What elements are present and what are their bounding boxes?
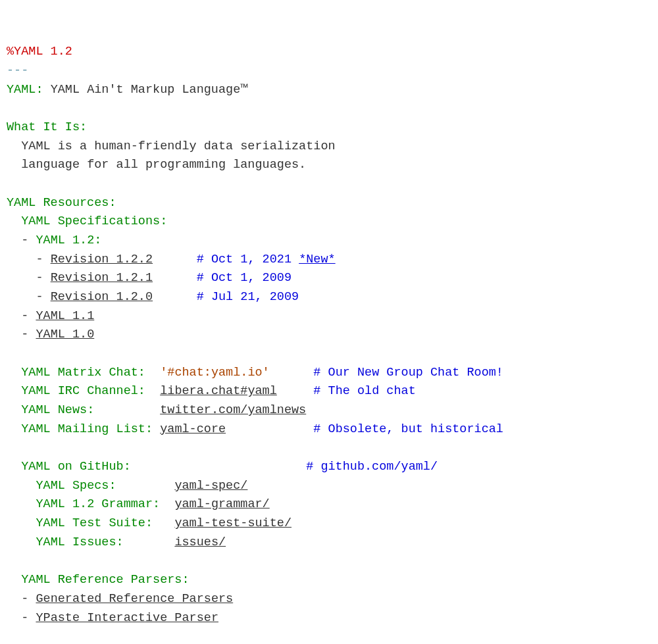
reference-parsers-key: YAML Reference Parsers: bbox=[21, 573, 189, 587]
yaml-1-0-link[interactable]: YAML 1.0 bbox=[36, 328, 94, 341]
new-badge-link[interactable]: *New* bbox=[299, 253, 336, 266]
yaml-issues-link[interactable]: issues/ bbox=[174, 535, 226, 549]
yaml-directive: %YAML 1.2 bbox=[7, 45, 72, 59]
rev-1-2-2-comment: # Oct 1, 2021 bbox=[197, 253, 299, 266]
twitter-news-link[interactable]: twitter.com/yamlnews bbox=[160, 403, 306, 417]
what-line-2: language for all programming languages. bbox=[21, 158, 306, 172]
yaml-test-suite-link[interactable]: yaml-test-suite/ bbox=[174, 516, 291, 530]
list-dash: - bbox=[21, 592, 28, 606]
matrix-chat-value: '#chat:yaml.io' bbox=[160, 366, 270, 380]
github-issues-key: YAML Issues: bbox=[36, 535, 123, 549]
list-dash: - bbox=[21, 309, 28, 323]
matrix-chat-comment: # Our New Group Chat Room! bbox=[313, 366, 503, 380]
yaml-1-1-link[interactable]: YAML 1.1 bbox=[36, 309, 94, 323]
irc-comment: # The old chat bbox=[313, 384, 415, 398]
revision-1-2-2-link[interactable]: Revision 1.2.2 bbox=[51, 253, 153, 266]
list-dash: - bbox=[36, 290, 43, 304]
yaml-title-value: YAML Ain't Markup Language™ bbox=[51, 83, 248, 97]
what-it-is-key: What It Is: bbox=[7, 120, 87, 134]
revision-1-2-1-link[interactable]: Revision 1.2.1 bbox=[51, 271, 153, 285]
doc-start-marker: --- bbox=[7, 64, 28, 78]
list-dash: - bbox=[36, 253, 43, 266]
resources-key: YAML Resources: bbox=[7, 196, 116, 210]
yaml-news-key: YAML News: bbox=[21, 403, 94, 417]
list-dash: - bbox=[21, 611, 28, 625]
what-line-1: YAML is a human-friendly data serializat… bbox=[21, 139, 335, 153]
github-test-suite-key: YAML Test Suite: bbox=[36, 516, 153, 530]
irc-channel-key: YAML IRC Channel: bbox=[21, 384, 145, 398]
mailing-list-key: YAML Mailing List: bbox=[21, 422, 153, 436]
mailing-list-comment: # Obsolete, but historical bbox=[313, 422, 503, 436]
specifications-key: YAML Specifications: bbox=[21, 214, 167, 228]
matrix-chat-key: YAML Matrix Chat: bbox=[21, 366, 145, 380]
generated-ref-parsers-link[interactable]: Generated Reference Parsers bbox=[36, 592, 233, 606]
list-dash: - bbox=[36, 271, 43, 285]
revision-1-2-0-link[interactable]: Revision 1.2.0 bbox=[51, 290, 153, 304]
rev-1-2-0-comment: # Jul 21, 2009 bbox=[197, 290, 299, 304]
mailing-list-link[interactable]: yaml-core bbox=[160, 422, 226, 436]
yaml-spec-link[interactable]: yaml-spec/ bbox=[174, 479, 247, 493]
irc-channel-link[interactable]: libera.chat#yaml bbox=[160, 384, 277, 398]
github-key: YAML on GitHub: bbox=[21, 460, 131, 474]
yaml-title-key: YAML: bbox=[7, 83, 43, 97]
list-dash: - bbox=[21, 234, 28, 247]
github-specs-key: YAML Specs: bbox=[36, 479, 116, 493]
github-comment: # github.com/yaml/ bbox=[306, 460, 438, 474]
ypaste-parser-link[interactable]: YPaste Interactive Parser bbox=[36, 611, 218, 625]
rev-1-2-1-comment: # Oct 1, 2009 bbox=[197, 271, 291, 285]
yaml-grammar-link[interactable]: yaml-grammar/ bbox=[174, 497, 269, 511]
github-grammar-key: YAML 1.2 Grammar: bbox=[36, 497, 160, 511]
yaml-1-2-key: YAML 1.2: bbox=[36, 234, 101, 247]
list-dash: - bbox=[21, 328, 28, 341]
